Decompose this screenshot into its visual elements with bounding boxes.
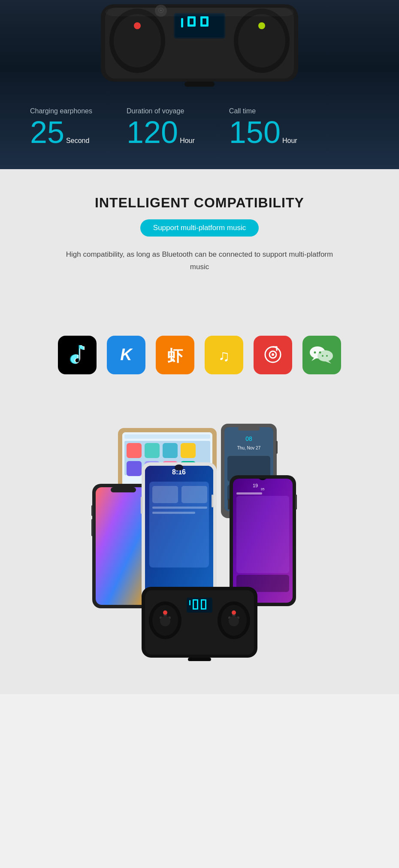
svg-rect-112 xyxy=(193,599,194,610)
svg-rect-90 xyxy=(295,495,297,510)
svg-point-7 xyxy=(258,22,265,29)
svg-rect-89 xyxy=(228,499,230,510)
tiktok-app-icon xyxy=(58,336,97,374)
svg-text:Thu, Nov 27: Thu, Nov 27 xyxy=(237,446,261,450)
svg-point-34 xyxy=(314,352,316,354)
description-text: High compatibility, as long as Bluetooth… xyxy=(58,249,341,273)
svg-text:19: 19 xyxy=(253,483,258,488)
svg-point-4 xyxy=(134,22,141,29)
svg-rect-75 xyxy=(152,486,178,503)
calltime-unit: Hour xyxy=(282,137,297,145)
svg-rect-79 xyxy=(141,497,142,514)
svg-rect-77 xyxy=(152,507,207,509)
svg-rect-117 xyxy=(188,658,211,661)
svg-rect-116 xyxy=(201,599,202,610)
svg-rect-61 xyxy=(276,441,278,454)
charging-number: 25 xyxy=(30,117,64,148)
svg-point-73 xyxy=(175,464,183,470)
svg-rect-17 xyxy=(206,16,209,27)
svg-point-37 xyxy=(326,355,328,357)
charging-label: Charging earphones xyxy=(30,107,92,115)
stat-charging: Charging earphones 25 Second xyxy=(30,107,92,148)
svg-point-98 xyxy=(160,616,170,626)
svg-text:08: 08 xyxy=(245,435,252,442)
svg-point-27 xyxy=(272,353,274,356)
svg-point-3 xyxy=(114,14,161,67)
light-section: INTELLIGENT COMPATIBILITY Support multi-… xyxy=(0,169,399,694)
svg-rect-13 xyxy=(193,16,196,27)
svg-rect-80 xyxy=(212,495,213,507)
svg-rect-21 xyxy=(184,82,215,87)
svg-point-35 xyxy=(319,352,321,354)
svg-rect-111 xyxy=(197,599,198,610)
calltime-number: 150 xyxy=(229,117,281,148)
top-section: ☉ Charging earphones 25 Second Duration … xyxy=(0,0,399,169)
svg-rect-44 xyxy=(145,443,160,458)
netease-app-icon xyxy=(254,336,292,374)
svg-rect-76 xyxy=(181,486,207,503)
app-icons-area: K 虾 ♫ xyxy=(9,299,390,411)
kugou-app-icon: ♫ xyxy=(205,336,243,374)
devices-image-area: 08 Thu, Nov 27 xyxy=(9,411,390,677)
voyage-unit: Hour xyxy=(180,137,195,145)
voyage-number: 120 xyxy=(127,117,178,148)
svg-rect-107 xyxy=(187,598,212,613)
kuwo-app-icon: K xyxy=(107,336,145,374)
xiami-app-icon: 虾 xyxy=(156,336,194,374)
voyage-label: Duration of voyage xyxy=(127,107,195,115)
devices-composition-svg: 08 Thu, Nov 27 xyxy=(66,419,332,668)
svg-rect-115 xyxy=(205,599,206,610)
stat-voyage: Duration of voyage 120 Hour xyxy=(127,107,195,148)
svg-rect-67 xyxy=(91,519,93,536)
svg-rect-108 xyxy=(189,600,190,605)
svg-point-99 xyxy=(163,610,167,615)
earphone-case-svg: ☉ xyxy=(75,0,324,94)
svg-point-6 xyxy=(238,14,285,67)
svg-rect-46 xyxy=(181,443,196,458)
svg-rect-43 xyxy=(127,443,142,458)
svg-rect-65 xyxy=(111,487,136,492)
svg-rect-66 xyxy=(91,505,93,516)
wechat-app-icon xyxy=(302,336,341,374)
svg-point-105 xyxy=(229,616,239,626)
svg-rect-47 xyxy=(127,461,142,476)
svg-rect-18 xyxy=(200,16,203,27)
svg-rect-14 xyxy=(187,16,190,27)
stat-calltime: Call time 150 Hour xyxy=(229,107,297,148)
svg-rect-86 xyxy=(236,496,289,573)
support-badge: Support multi-platform music xyxy=(140,219,259,237)
earphone-image-area: ☉ xyxy=(0,0,399,94)
svg-rect-87 xyxy=(236,492,262,495)
svg-rect-10 xyxy=(181,18,183,27)
svg-rect-78 xyxy=(152,512,195,514)
svg-rect-60 xyxy=(238,427,260,431)
svg-rect-45 xyxy=(163,443,178,458)
svg-text:♫: ♫ xyxy=(218,347,230,364)
stats-row: Charging earphones 25 Second Duration of… xyxy=(0,94,399,152)
calltime-label: Call time xyxy=(229,107,297,115)
section-title: INTELLIGENT COMPATIBILITY xyxy=(95,195,304,211)
charging-unit: Second xyxy=(66,137,89,145)
svg-rect-41 xyxy=(124,434,210,439)
svg-rect-22 xyxy=(105,8,294,16)
svg-point-36 xyxy=(322,355,323,357)
svg-point-106 xyxy=(232,610,236,615)
svg-text:35: 35 xyxy=(261,487,265,491)
svg-text:虾: 虾 xyxy=(167,347,183,364)
